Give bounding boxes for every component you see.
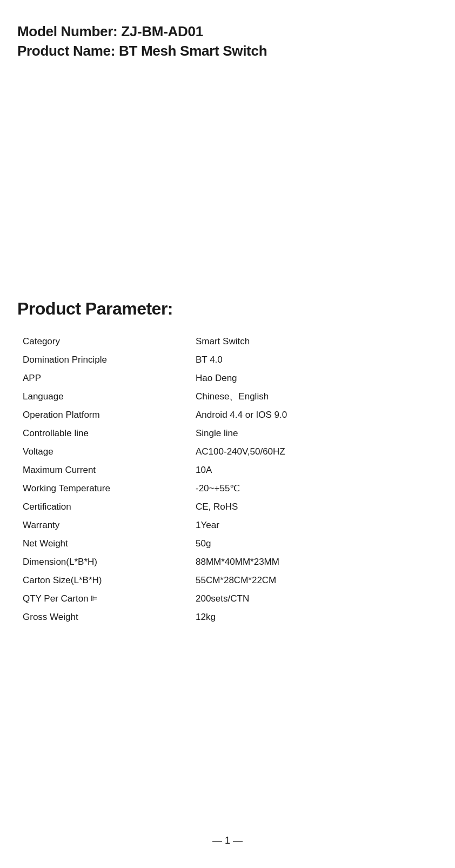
param-row: Gross Weight12kg xyxy=(23,610,432,627)
param-value: 88MM*40MM*23MM xyxy=(196,555,432,570)
param-value: Single line xyxy=(196,426,432,442)
param-label: Warranty xyxy=(23,518,196,533)
param-value: 10A xyxy=(196,463,432,478)
param-row: Net Weight50g xyxy=(23,536,432,553)
param-value: 12kg xyxy=(196,610,432,625)
param-value: Android 4.4 or IOS 9.0 xyxy=(196,408,432,423)
param-label: Certification xyxy=(23,499,196,515)
param-row: Working Temperature-20~+55℃ xyxy=(23,481,432,498)
param-row: Controllable lineSingle line xyxy=(23,426,432,443)
qty-icon: ⊫ xyxy=(91,592,97,605)
param-row: Warranty1Year xyxy=(23,518,432,535)
param-label: Voltage xyxy=(23,444,196,460)
param-row: Maximum Current10A xyxy=(23,463,432,480)
model-number: Model Number: ZJ-BM-AD01 xyxy=(17,22,438,41)
param-value: CE, RoHS xyxy=(196,499,432,515)
param-label: Maximum Current xyxy=(23,463,196,478)
section-title: Product Parameter: xyxy=(17,299,438,319)
param-value: Hao Deng xyxy=(196,371,432,386)
param-value: -20~+55℃ xyxy=(196,481,432,497)
param-value: 50g xyxy=(196,536,432,552)
param-row: CertificationCE, RoHS xyxy=(23,499,432,517)
param-label: Domination Principle xyxy=(23,352,196,368)
param-label: Language xyxy=(23,389,196,405)
page-container: Model Number: ZJ-BM-AD01 Product Name: B… xyxy=(0,0,455,868)
param-label: Carton Size(L*B*H) xyxy=(23,573,196,589)
param-value: 55CM*28CM*22CM xyxy=(196,573,432,589)
param-row: Operation PlatformAndroid 4.4 or IOS 9.0 xyxy=(23,408,432,425)
header-section: Model Number: ZJ-BM-AD01 Product Name: B… xyxy=(17,22,438,61)
param-row: CategorySmart Switch xyxy=(23,334,432,351)
param-label: Controllable line xyxy=(23,426,196,442)
param-label: Category xyxy=(23,334,196,350)
page-number: — 1 — xyxy=(212,835,243,846)
param-label: Gross Weight xyxy=(23,610,196,625)
param-row: LanguageChinese、English xyxy=(23,389,432,406)
param-value: Smart Switch xyxy=(196,334,432,350)
param-label: QTY Per Carton⊫ xyxy=(23,591,196,607)
param-value: BT 4.0 xyxy=(196,352,432,368)
params-table: CategorySmart SwitchDomination Principle… xyxy=(17,334,438,627)
param-value: Chinese、English xyxy=(196,389,432,405)
param-row: VoltageAC100-240V,50/60HZ xyxy=(23,444,432,462)
param-row: QTY Per Carton⊫200sets/CTN xyxy=(23,591,432,609)
param-label: Net Weight xyxy=(23,536,196,552)
param-value: 200sets/CTN xyxy=(196,591,432,607)
param-value: AC100-240V,50/60HZ xyxy=(196,444,432,460)
param-row: Dimension(L*B*H)88MM*40MM*23MM xyxy=(23,555,432,572)
param-row: APPHao Deng xyxy=(23,371,432,388)
param-row: Carton Size(L*B*H)55CM*28CM*22CM xyxy=(23,573,432,590)
product-name: Product Name: BT Mesh Smart Switch xyxy=(17,41,438,61)
image-placeholder xyxy=(17,77,438,283)
param-row: Domination PrincipleBT 4.0 xyxy=(23,352,432,370)
param-label: Working Temperature xyxy=(23,481,196,497)
param-label: Operation Platform xyxy=(23,408,196,423)
page-footer: — 1 — xyxy=(0,835,455,846)
param-label: APP xyxy=(23,371,196,386)
param-value: 1Year xyxy=(196,518,432,533)
param-label: Dimension(L*B*H) xyxy=(23,555,196,570)
